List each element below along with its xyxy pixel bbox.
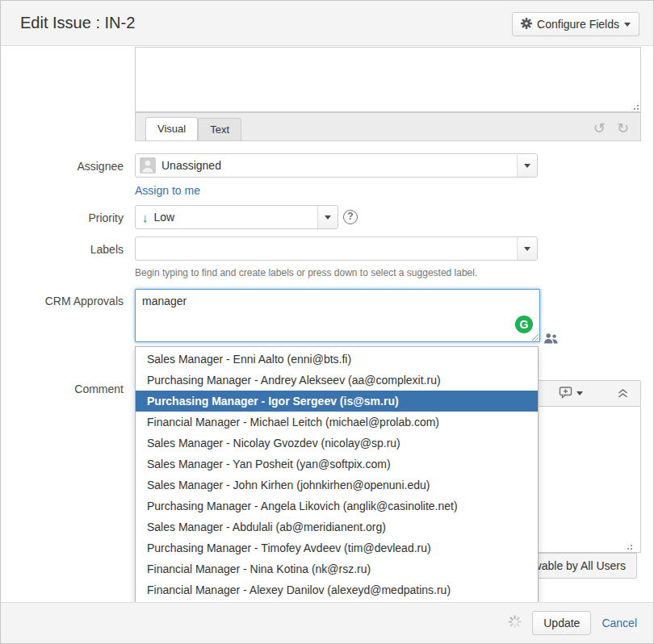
caret-down-icon: [576, 391, 583, 395]
suggestion-item[interactable]: Sales Manager - Yan Posheit (yan@softpix…: [136, 454, 538, 475]
redo-icon[interactable]: ↻: [617, 119, 629, 137]
tab-text[interactable]: Text: [198, 118, 241, 140]
labels-select[interactable]: [135, 236, 538, 261]
priority-value: Low: [154, 211, 175, 224]
page-title: Edit Issue : IN-2: [20, 1, 135, 45]
suggestion-item[interactable]: Purchasing Manager - Igor Sergeev (is@sm…: [136, 391, 538, 412]
help-icon[interactable]: ?: [343, 210, 358, 224]
insert-macro-icon: [559, 386, 572, 402]
assignee-select[interactable]: Unassigned: [135, 153, 538, 178]
update-button[interactable]: Update: [532, 611, 591, 635]
avatar-unassigned-icon: [140, 157, 156, 174]
gear-icon: [521, 18, 532, 31]
crm-suggestions-dropdown: Sales Manager - Enni Aalto (enni@bts.fi)…: [135, 346, 539, 603]
labels-label: Labels: [1, 243, 124, 256]
suggestion-item[interactable]: Purchasing Manager - Timofey Avdeev (tim…: [136, 537, 538, 558]
caret-down-icon: [524, 247, 530, 251]
labels-dropdown-button[interactable]: [517, 237, 537, 260]
description-textarea[interactable]: [135, 47, 641, 112]
assignee-dropdown-button[interactable]: [517, 154, 537, 177]
crm-approvals-field: manager G: [135, 289, 540, 342]
suggestion-item[interactable]: Sales Manager - Abdulali (ab@meridianent…: [136, 516, 538, 537]
assignee-label: Assignee: [1, 160, 124, 173]
priority-select[interactable]: ↓ Low: [135, 205, 338, 229]
priority-dropdown-button[interactable]: [317, 206, 337, 228]
dialog-header: Edit Issue : IN-2 Configure Fields: [1, 1, 653, 46]
priority-label: Priority: [1, 211, 124, 224]
suggestion-item[interactable]: Sales Manager - John Kirhen (johnkirhen@…: [136, 475, 538, 496]
tab-visual[interactable]: Visual: [145, 117, 198, 140]
spinner-icon: [508, 615, 522, 632]
insert-macro-button[interactable]: [559, 386, 583, 402]
grammarly-icon[interactable]: G: [515, 316, 533, 333]
caret-down-icon: [624, 23, 631, 27]
crm-approvals-input[interactable]: manager: [135, 289, 540, 342]
undo-icon[interactable]: ↺: [593, 119, 606, 137]
suggestion-item[interactable]: Financial Manager - Alexey Danilov (alex…: [136, 579, 538, 600]
caret-down-icon: [524, 164, 530, 168]
suggestion-item[interactable]: Sales Manager - Nicolay Gvozdev (nicolay…: [136, 433, 538, 454]
comment-label: Comment: [1, 383, 124, 395]
share-users-icon[interactable]: [543, 332, 559, 348]
cancel-link[interactable]: Cancel: [602, 617, 637, 629]
editor-tabbar: Visual Text ↺ ↻: [135, 112, 641, 141]
dialog-footer: Update Cancel: [1, 602, 653, 643]
caret-down-icon: [325, 215, 331, 220]
labels-help-text: Begin typing to find and create labels o…: [135, 267, 477, 278]
collapse-toolbar-icon[interactable]: [617, 388, 629, 399]
assignee-value: Unassigned: [161, 159, 221, 172]
priority-low-arrow-icon: ↓: [142, 211, 149, 224]
suggestion-item[interactable]: Financial Manager - Michael Leitch (mich…: [136, 412, 538, 433]
suggestion-item[interactable]: Sales Manager - Enni Aalto (enni@bts.fi): [136, 349, 538, 370]
suggestion-item[interactable]: Purchasing Manager - Angela Likovich (an…: [136, 496, 538, 516]
suggestions-list: Sales Manager - Enni Aalto (enni@bts.fi)…: [136, 347, 538, 602]
suggestion-item[interactable]: Financial Manager - Nina Kotina (nk@rsz.…: [136, 558, 538, 579]
suggestion-item[interactable]: Purchasing Manager - Andrey Alekseev (aa…: [136, 370, 538, 391]
edit-issue-dialog: Edit Issue : IN-2 Configure Fields Visua…: [0, 0, 654, 644]
crm-approvals-label: CRM Approvals: [1, 295, 124, 307]
assign-to-me-link[interactable]: Assign to me: [135, 184, 200, 197]
configure-fields-button[interactable]: Configure Fields: [512, 12, 639, 36]
configure-fields-label: Configure Fields: [537, 18, 619, 31]
update-label: Update: [543, 617, 580, 629]
